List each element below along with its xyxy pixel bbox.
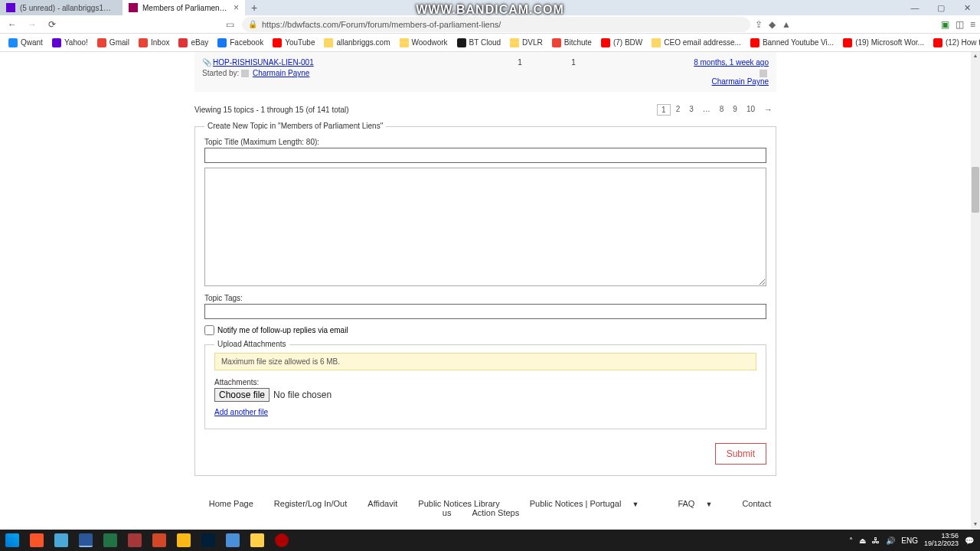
bookmark-item[interactable]: Yahoo! — [48, 37, 92, 49]
author-link[interactable]: Charmain Payne — [253, 69, 309, 77]
page-link[interactable]: 3 — [685, 104, 697, 116]
menu-icon[interactable]: ≡ — [970, 19, 975, 30]
sidepanel-icon[interactable]: ◫ — [956, 19, 964, 30]
taskbar-app[interactable] — [74, 530, 98, 551]
volume-icon[interactable]: 🔊 — [886, 536, 895, 545]
bookmark-item[interactable]: DVLR — [506, 37, 547, 49]
taskbar-app[interactable] — [122, 530, 147, 551]
taskbar-app[interactable] — [98, 530, 122, 551]
bookmark-item[interactable]: (12) How to Mail M... — [929, 37, 980, 49]
close-icon[interactable]: × — [234, 2, 239, 13]
bookmark-label: Inbox — [151, 38, 169, 47]
brave-icon — [30, 533, 44, 547]
page-link[interactable]: 8 — [716, 104, 728, 116]
topic-tags-input[interactable] — [204, 304, 766, 319]
taskbar-app[interactable] — [196, 530, 220, 551]
taskbar-app[interactable] — [172, 530, 196, 551]
tab-active[interactable]: Members of Parliament Liens - B... × — [122, 0, 245, 15]
pager: 1 2 3 … 8 9 10 → — [657, 104, 776, 116]
topic-title-link[interactable]: HOP-RISHISUNAK-LIEN-001 — [213, 58, 314, 67]
page-next[interactable]: → — [760, 104, 776, 116]
taskbar-app[interactable] — [270, 530, 294, 551]
submit-button[interactable]: Submit — [715, 443, 766, 465]
taskbar-app[interactable] — [49, 530, 74, 551]
tray-chevron-icon[interactable]: ˄ — [849, 536, 853, 545]
footer-link[interactable]: Register/Log In/Out — [274, 499, 347, 508]
footer-link[interactable]: Affidavit — [368, 499, 397, 508]
taskbar-app[interactable] — [147, 530, 172, 551]
shield-icon[interactable]: ◆ — [769, 19, 776, 30]
bookmark-item[interactable]: YouTube — [269, 37, 318, 49]
footer-link[interactable]: Action Steps — [472, 508, 519, 517]
vertical-scrollbar[interactable]: ▴ ▾ — [971, 52, 980, 530]
close-window-button[interactable]: ✕ — [954, 3, 980, 13]
page-link[interactable]: 9 — [729, 104, 741, 116]
freshness-link[interactable]: 8 months, 1 week ago — [600, 58, 769, 67]
bookmark-item[interactable]: Inbox — [135, 37, 173, 49]
notify-checkbox[interactable] — [204, 325, 214, 335]
avatar-icon — [241, 70, 249, 77]
bookmark-item[interactable]: allanbriggs.com — [320, 37, 394, 49]
page-link[interactable]: 10 — [743, 104, 759, 116]
facebook-icon — [217, 38, 227, 47]
topic-posts: 1 — [547, 58, 600, 67]
scroll-up-icon[interactable]: ▴ — [971, 52, 980, 61]
bookmark-item[interactable]: Woodwork — [396, 37, 452, 49]
yahoo-icon — [52, 38, 61, 47]
bookmark-item[interactable]: Gmail — [93, 37, 133, 49]
topic-tags-label: Topic Tags: — [204, 294, 766, 302]
topic-content-textarea[interactable] — [204, 168, 766, 286]
tab-inactive[interactable]: (5 unread) - allanbriggs1@yahoo.co... — [0, 0, 122, 15]
bookmark-item[interactable]: Facebook — [214, 37, 267, 49]
folder-icon — [400, 38, 409, 47]
topic-title-input[interactable] — [204, 148, 766, 163]
bookmark-item[interactable]: BT Cloud — [453, 37, 505, 49]
share-icon[interactable]: ⇪ — [755, 19, 763, 30]
taskbar-app[interactable] — [24, 530, 49, 551]
footer-link[interactable]: FAQ▼ — [668, 499, 721, 508]
taskbar-app[interactable] — [220, 530, 245, 551]
maximize-button[interactable]: ▢ — [928, 3, 954, 13]
bookmark-label: YouTube — [285, 38, 315, 47]
bookmark-icon[interactable]: ▭ — [222, 17, 237, 32]
bookmark-item[interactable]: (19) Microsoft Wor... — [839, 37, 928, 49]
choose-file-button[interactable]: Choose file — [214, 388, 270, 402]
page-current[interactable]: 1 — [657, 104, 671, 116]
bookmark-label: CEO email addresse... — [664, 38, 741, 47]
url-field[interactable]: 🔒 https://bdwfacts.com/Forum/forum/membe… — [242, 17, 750, 32]
page-link[interactable]: 2 — [672, 104, 684, 116]
bookmark-item[interactable]: Banned Youtube Vi... — [746, 37, 838, 49]
network-icon[interactable]: 🖧 — [872, 536, 880, 545]
footer-link[interactable]: Home Page — [209, 499, 253, 508]
bookmark-item[interactable]: Bitchute — [548, 37, 596, 49]
bookmark-item[interactable]: eBay — [175, 37, 212, 49]
last-author-link[interactable]: Charmain Payne — [600, 77, 769, 86]
window-controls: — ▢ ✕ — [902, 3, 980, 13]
tab-label: (5 unread) - allanbriggs1@yahoo.co... — [20, 4, 116, 12]
scroll-down-icon[interactable]: ▾ — [971, 520, 980, 530]
footer-link[interactable]: Public Notices Library — [418, 499, 499, 508]
language-indicator[interactable]: ENG — [901, 536, 918, 545]
forward-button[interactable]: → — [24, 17, 40, 32]
notifications-icon[interactable]: 💬 — [965, 536, 974, 545]
brave-icon[interactable]: ▲ — [782, 19, 791, 30]
footer-link[interactable]: Public Notices | Portugal▼ — [521, 499, 648, 508]
clock[interactable]: 13:56 19/12/2023 — [924, 533, 959, 548]
form-legend: Create New Topic in "Members of Parliame… — [204, 122, 386, 130]
extension-icon[interactable]: ▣ — [941, 19, 949, 30]
taskbar-app[interactable] — [245, 530, 270, 551]
bookmark-item[interactable]: Qwant — [5, 37, 47, 49]
bookmark-item[interactable]: (7) BDW — [597, 37, 646, 49]
minimize-button[interactable]: — — [902, 3, 928, 13]
tray-icon[interactable]: ⏏ — [859, 536, 866, 545]
reload-button[interactable]: ⟳ — [44, 17, 60, 32]
started-by-label: Started by: — [202, 69, 239, 77]
add-another-file-link[interactable]: Add another file — [214, 408, 268, 416]
back-button[interactable]: ← — [5, 17, 20, 32]
start-button[interactable] — [0, 530, 24, 551]
bookmark-item[interactable]: CEO email addresse... — [648, 37, 745, 49]
scrollbar-thumb[interactable] — [972, 167, 979, 213]
excel-icon — [103, 533, 117, 547]
bookmark-label: allanbriggs.com — [336, 38, 390, 47]
new-tab-button[interactable]: + — [245, 2, 263, 14]
